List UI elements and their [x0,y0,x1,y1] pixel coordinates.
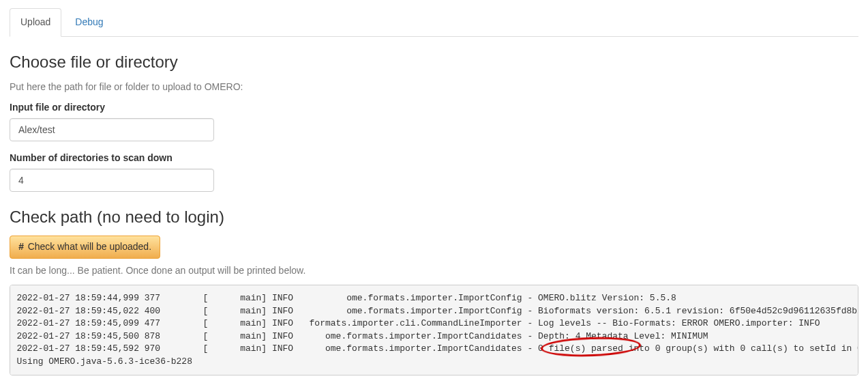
patience-help-text: It can be long... Be patient. Once done … [10,264,858,278]
scan-depth-label: Number of directories to scan down [10,152,858,165]
tab-upload[interactable]: Upload [10,8,61,37]
input-path-label: Input file or directory [10,101,858,115]
choose-file-heading: Choose file or directory [10,51,858,74]
input-path-field[interactable] [10,118,214,141]
choose-file-subtext: Put here the path for file or folder to … [10,81,858,94]
hash-icon: # [18,241,24,252]
check-path-heading: Check path (no need to login) [10,205,858,229]
scan-depth-field[interactable] [10,169,214,192]
log-output[interactable]: 2022-01-27 18:59:44,999 377 [ main] INFO… [10,285,858,375]
nav-tabs: Upload Debug [10,8,858,37]
check-upload-button[interactable]: # Check what will be uploaded. [10,236,160,259]
tab-debug[interactable]: Debug [64,8,114,37]
check-upload-button-label: Check what will be uploaded. [28,241,151,252]
